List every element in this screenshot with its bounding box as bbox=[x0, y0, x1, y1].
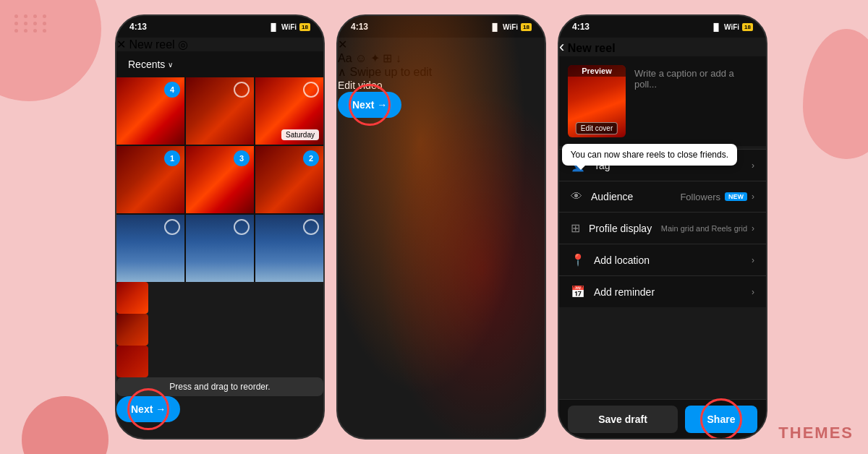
edit-cover-button[interactable]: Edit cover bbox=[576, 122, 618, 134]
share-top-bar: ‹ New reel bbox=[559, 38, 766, 56]
saturday-label: Saturday bbox=[281, 129, 319, 140]
audience-option-row[interactable]: 👁 Audience Followers NEW › bbox=[559, 181, 766, 212]
gallery-item-6[interactable]: 2 bbox=[255, 146, 323, 213]
add-location-option-row[interactable]: 📍 Add location › bbox=[559, 244, 766, 275]
gallery-badge-5: 3 bbox=[234, 150, 250, 166]
gallery-badge-6: 2 bbox=[303, 150, 319, 166]
lantern-overlay bbox=[338, 16, 545, 438]
gallery-badge-2 bbox=[234, 82, 250, 98]
preview-label: Preview bbox=[568, 65, 626, 77]
gallery-badge-8 bbox=[234, 219, 250, 235]
close-friends-tooltip: You can now share reels to close friends… bbox=[562, 144, 737, 166]
gallery-item-9[interactable] bbox=[255, 215, 323, 282]
profile-display-option-row[interactable]: ⊞ Profile display Main grid and Reels gr… bbox=[559, 212, 766, 244]
signal-icon-1: ▐▌ bbox=[268, 23, 278, 31]
recents-chevron: ∨ bbox=[168, 61, 173, 69]
status-time-1: 4:13 bbox=[129, 22, 147, 32]
profile-display-chevron: › bbox=[752, 223, 754, 234]
gallery-title: New reel bbox=[129, 38, 174, 51]
options-icon-1[interactable]: ◎ bbox=[178, 38, 188, 51]
themes-watermark: THEMES bbox=[778, 424, 854, 442]
phone-gallery: 4:13 ▐▌ WiFi 18 ✕ New reel ◎ Recents ∨ 4 bbox=[115, 14, 325, 440]
wifi-icon-3: WiFi bbox=[724, 23, 739, 31]
gallery-item-4[interactable]: 1 bbox=[116, 146, 184, 213]
audience-value: Followers bbox=[680, 192, 720, 202]
wifi-icon-1: WiFi bbox=[281, 23, 297, 31]
audience-icon: 👁 bbox=[571, 190, 582, 203]
tag-option-row[interactable]: 👤 Tag You can now share reels to close f… bbox=[559, 149, 766, 181]
phone-share: 4:13 ▐▌ WiFi 18 ‹ New reel Preview Edit … bbox=[558, 14, 767, 440]
gallery-item-3[interactable]: Saturday bbox=[255, 77, 323, 145]
profile-display-value: Main grid and Reels grid bbox=[661, 224, 747, 233]
profile-display-label: Profile display bbox=[589, 223, 661, 234]
gallery-badge-1: 4 bbox=[164, 82, 180, 98]
recents-bar[interactable]: Recents ∨ bbox=[116, 51, 323, 77]
status-bar-3: 4:13 ▐▌ WiFi 18 bbox=[559, 16, 766, 38]
gallery-item-7[interactable] bbox=[116, 215, 184, 282]
next-button-1[interactable]: Next → bbox=[116, 396, 180, 422]
gallery-item-5[interactable]: 3 bbox=[186, 146, 254, 213]
next-button-2[interactable]: Next → bbox=[338, 92, 401, 118]
tag-chevron: › bbox=[752, 160, 754, 171]
add-reminder-chevron: › bbox=[752, 287, 754, 297]
gallery-badge-4: 1 bbox=[164, 150, 180, 166]
gallery-badge-3 bbox=[303, 82, 319, 98]
status-time-3: 4:13 bbox=[572, 22, 590, 32]
share-preview-area: Preview Edit cover Write a caption or ad… bbox=[559, 56, 766, 146]
grid-icon: ⊞ bbox=[571, 221, 580, 235]
close-button-1[interactable]: ✕ bbox=[116, 38, 126, 51]
audience-chevron: › bbox=[752, 192, 754, 202]
gallery-badge-7 bbox=[164, 219, 180, 235]
reminder-icon: 📅 bbox=[571, 285, 585, 299]
add-location-label: Add location bbox=[594, 254, 752, 266]
thumb-preview-2 bbox=[116, 314, 148, 346]
thumb-preview-1 bbox=[116, 282, 148, 314]
add-reminder-label: Add reminder bbox=[594, 286, 752, 298]
share-bottom-bar: Save draft Share bbox=[559, 399, 766, 438]
signal-icon-3: ▐▌ bbox=[711, 23, 721, 31]
caption-input[interactable]: Write a caption or add a poll... bbox=[634, 65, 757, 90]
status-icons-1: ▐▌ WiFi 18 bbox=[268, 23, 310, 31]
dots-decoration bbox=[14, 14, 48, 33]
gallery-item-8[interactable] bbox=[186, 215, 254, 282]
gallery-badge-9 bbox=[303, 219, 319, 235]
save-draft-button[interactable]: Save draft bbox=[568, 406, 678, 433]
battery-badge-3: 18 bbox=[742, 23, 753, 31]
gallery-top-bar: ✕ New reel ◎ bbox=[116, 38, 323, 51]
battery-badge-1: 18 bbox=[299, 23, 310, 31]
status-bar-1: 4:13 ▐▌ WiFi 18 bbox=[116, 16, 323, 38]
add-location-chevron: › bbox=[752, 255, 754, 265]
phone-edit: 4:13 ▐▌ WiFi 18 ✕ Aa ☺ ✦ ⊞ ↓ ∧ Swip bbox=[336, 14, 546, 440]
location-icon: 📍 bbox=[571, 253, 585, 267]
gallery-grid: 4 Saturday 1 3 2 bbox=[116, 77, 323, 282]
recents-label: Recents bbox=[128, 59, 165, 70]
audience-new-badge: NEW bbox=[725, 192, 747, 201]
back-button[interactable]: ‹ bbox=[559, 38, 564, 56]
status-icons-3: ▐▌ WiFi 18 bbox=[711, 23, 753, 31]
phones-container: 4:13 ▐▌ WiFi 18 ✕ New reel ◎ Recents ∨ 4 bbox=[58, 14, 825, 440]
audience-label: Audience bbox=[591, 191, 680, 202]
share-button[interactable]: Share bbox=[685, 406, 757, 433]
gallery-bottom-strip: Press and drag to reorder. Next → bbox=[116, 282, 323, 422]
add-reminder-option-row[interactable]: 📅 Add reminder › bbox=[559, 275, 766, 307]
options-list: 👤 Tag You can now share reels to close f… bbox=[559, 149, 766, 307]
gallery-item-2[interactable] bbox=[186, 77, 254, 145]
gallery-item-1[interactable]: 4 bbox=[116, 77, 184, 145]
preview-thumbnail: Preview Edit cover bbox=[568, 65, 626, 137]
thumb-preview-3 bbox=[116, 346, 148, 377]
share-title: New reel bbox=[568, 42, 616, 54]
